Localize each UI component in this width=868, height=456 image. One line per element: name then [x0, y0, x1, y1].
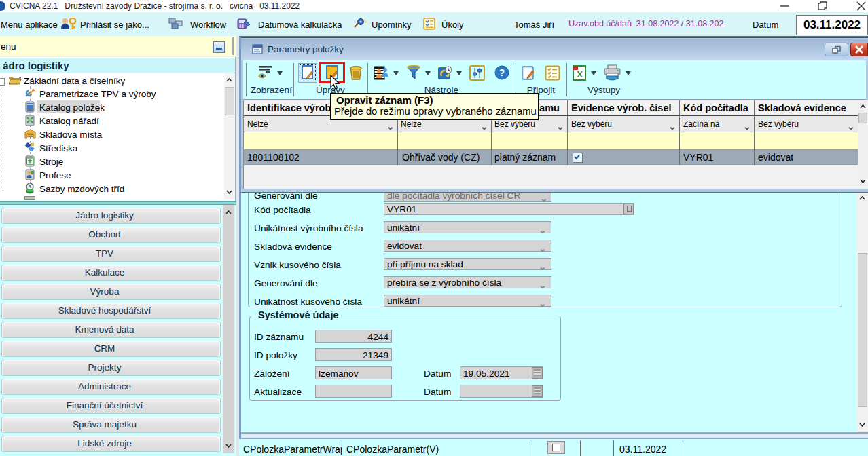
svg-text:?: ?	[499, 67, 505, 78]
svg-text:X: X	[577, 69, 583, 79]
